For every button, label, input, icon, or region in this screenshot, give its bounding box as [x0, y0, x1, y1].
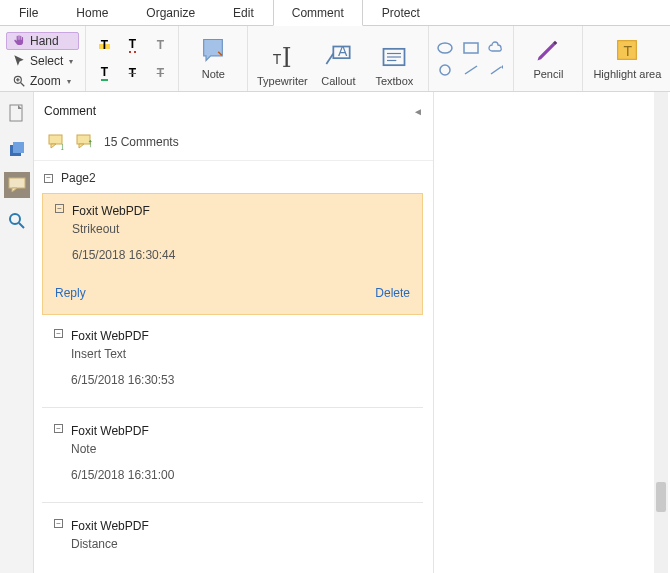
- collapse-box-icon[interactable]: −: [54, 329, 63, 338]
- squiggly-t-icon: T: [129, 37, 136, 53]
- svg-line-1: [21, 83, 25, 87]
- menu-edit[interactable]: Edit: [214, 0, 273, 25]
- note-button[interactable]: Note: [185, 30, 241, 80]
- caret-t-icon: T: [157, 38, 164, 52]
- comment-icon: [8, 177, 26, 193]
- cursor-icon: [12, 54, 26, 68]
- delete-link[interactable]: Delete: [375, 286, 410, 300]
- comment-panel: Comment ◄ ↓ ↑ 15 Comments − Page2 −: [34, 92, 434, 573]
- underline-text-button[interactable]: T: [92, 61, 116, 85]
- select-tool-button[interactable]: Select ▾: [6, 52, 79, 70]
- document-area[interactable]: [434, 92, 670, 573]
- comment-list[interactable]: − Page2 − Foxit WebPDF Strikeout 6/15/20…: [34, 161, 433, 573]
- comment-type: Distance: [71, 537, 411, 551]
- typewriter-button[interactable]: T Typewriter: [254, 30, 310, 87]
- reply-link[interactable]: Reply: [55, 286, 86, 300]
- sidebar-comments-button[interactable]: [4, 172, 30, 198]
- separator: [42, 502, 423, 503]
- comment-item[interactable]: − Foxit WebPDF Strikeout 6/15/2018 16:30…: [42, 193, 423, 315]
- menu-home[interactable]: Home: [57, 0, 127, 25]
- svg-marker-39: [79, 144, 84, 148]
- callout-button[interactable]: A Callout: [310, 30, 366, 87]
- svg-point-16: [440, 65, 450, 75]
- typewriter-icon: T: [268, 39, 296, 75]
- replace-text-button[interactable]: T: [148, 61, 172, 85]
- comment-author: Foxit WebPDF: [71, 519, 411, 533]
- caret-text-button[interactable]: T: [148, 33, 172, 57]
- page-group-header[interactable]: − Page2: [42, 167, 423, 193]
- svg-text:T: T: [624, 43, 633, 59]
- highlight-text-button[interactable]: T: [92, 33, 116, 57]
- comment-count-label: 15 Comments: [104, 135, 179, 149]
- select-tool-label: Select: [30, 54, 63, 68]
- textbox-label: Textbox: [375, 75, 413, 87]
- highlight-t-icon: T: [99, 38, 110, 52]
- svg-marker-36: [51, 144, 56, 148]
- menu-file[interactable]: File: [0, 0, 57, 25]
- zoom-icon: [12, 74, 26, 88]
- expand-all-button[interactable]: ↓: [48, 134, 66, 150]
- comment-author: Foxit WebPDF: [71, 424, 411, 438]
- svg-marker-32: [12, 188, 17, 192]
- vertical-scrollbar[interactable]: [654, 92, 668, 573]
- svg-point-33: [10, 214, 20, 224]
- textbox-button[interactable]: Textbox: [366, 30, 422, 87]
- hand-tool-label: Hand: [30, 34, 59, 48]
- zoom-tool-button[interactable]: Zoom ▾: [6, 72, 79, 90]
- sidebar-search-button[interactable]: [4, 208, 30, 234]
- shape-circle-button[interactable]: [435, 61, 455, 79]
- collapse-box-icon[interactable]: −: [54, 424, 63, 433]
- shape-cloud-button[interactable]: [487, 39, 507, 57]
- note-label: Note: [202, 68, 225, 80]
- ribbon-group-highlight: T Highlight area: [583, 26, 670, 91]
- shape-rect-button[interactable]: [461, 39, 481, 57]
- strikeout-text-button[interactable]: T: [120, 61, 144, 85]
- comment-item[interactable]: − Foxit WebPDF Note 6/15/2018 16:31:00: [42, 414, 423, 496]
- highlight-area-button[interactable]: T Highlight area: [589, 30, 665, 80]
- strikeout-t-icon: T: [129, 66, 136, 80]
- sidebar-layers-button[interactable]: [4, 136, 30, 162]
- panel-title: Comment: [44, 104, 96, 118]
- svg-rect-30: [13, 142, 24, 153]
- comment-item[interactable]: − Foxit WebPDF Insert Text 6/15/2018 16:…: [42, 319, 423, 401]
- highlight-area-icon: T: [613, 32, 641, 68]
- hand-tool-button[interactable]: Hand: [6, 32, 79, 50]
- svg-line-18: [491, 67, 501, 74]
- shape-ellipse-button[interactable]: [435, 39, 455, 57]
- svg-point-14: [438, 43, 452, 53]
- collapse-all-button[interactable]: ↑: [76, 134, 94, 150]
- scrollbar-thumb[interactable]: [656, 482, 666, 512]
- dropdown-icon: ▾: [69, 57, 73, 66]
- typewriter-label: Typewriter: [257, 75, 308, 87]
- collapse-box-icon[interactable]: −: [44, 174, 53, 183]
- ribbon: Hand Select ▾ Zoom ▾ T T T T: [0, 26, 670, 92]
- shape-arrow-button[interactable]: [487, 61, 507, 79]
- comment-author: Foxit WebPDF: [72, 204, 410, 218]
- search-icon: [8, 212, 26, 230]
- svg-marker-19: [501, 65, 503, 69]
- collapse-box-icon[interactable]: −: [55, 204, 64, 213]
- menu-bar: File Home Organize Edit Comment Protect: [0, 0, 670, 26]
- svg-text:↑: ↑: [87, 136, 93, 150]
- menu-comment[interactable]: Comment: [273, 0, 363, 26]
- replace-t-icon: T: [157, 66, 164, 80]
- svg-text:T: T: [273, 51, 282, 67]
- comment-type: Note: [71, 442, 411, 456]
- workspace: Comment ◄ ↓ ↑ 15 Comments − Page2 −: [0, 92, 670, 573]
- callout-icon: A: [324, 39, 352, 75]
- panel-collapse-button[interactable]: ◄: [413, 106, 423, 117]
- svg-text:↓: ↓: [59, 140, 65, 150]
- ribbon-group-note: Note: [179, 26, 248, 91]
- shape-line-button[interactable]: [461, 61, 481, 79]
- squiggly-text-button[interactable]: T: [120, 33, 144, 57]
- callout-label: Callout: [321, 75, 355, 87]
- svg-line-17: [465, 66, 477, 74]
- comment-item[interactable]: − Foxit WebPDF Distance: [42, 509, 423, 565]
- pencil-button[interactable]: Pencil: [520, 30, 576, 80]
- collapse-box-icon[interactable]: −: [54, 519, 63, 528]
- sidebar-thumbnails-button[interactable]: [4, 100, 30, 126]
- menu-protect[interactable]: Protect: [363, 0, 439, 25]
- ribbon-group-pencil: Pencil: [514, 26, 583, 91]
- menu-organize[interactable]: Organize: [127, 0, 214, 25]
- svg-marker-28: [18, 105, 22, 109]
